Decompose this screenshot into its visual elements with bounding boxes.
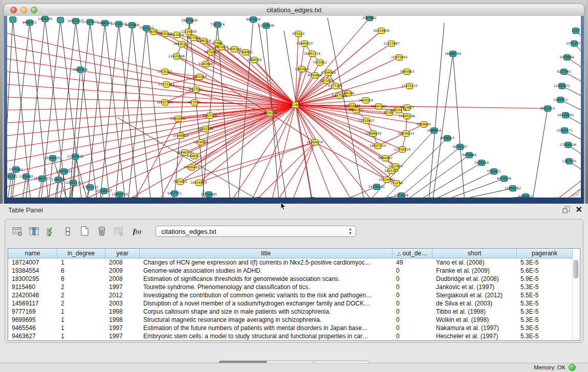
cell-name: 9699695 xyxy=(8,316,57,324)
svg-text:16154808: 16154808 xyxy=(373,29,389,32)
delete-table-icon[interactable] xyxy=(113,225,125,237)
svg-text:18724007: 18724007 xyxy=(287,103,303,106)
table-row[interactable]: 969969511998Structural magnetic resonanc… xyxy=(8,316,580,324)
table-row[interactable]: 1830029562008Estimation of significance … xyxy=(8,275,580,283)
svg-text:1935061: 1935061 xyxy=(9,167,23,171)
table-row[interactable]: 977716911998Corpus callosum shape and si… xyxy=(8,308,580,316)
cell-name: 9115460 xyxy=(8,283,57,291)
column-header-year[interactable]: year xyxy=(105,249,140,258)
graph-node-teal[interactable] xyxy=(57,17,64,23)
column-header-out_de[interactable]: △out_de… xyxy=(393,249,432,258)
vertical-scrollbar[interactable] xyxy=(572,258,580,340)
graph-node-teal[interactable] xyxy=(10,17,16,23)
cell-title: Investigating the contribution of common… xyxy=(140,291,393,299)
table-row[interactable]: 946362711997Embryonic stem cells: a mode… xyxy=(8,332,580,340)
cell-name: 14569117 xyxy=(8,299,57,308)
cell-out_de: 0 xyxy=(393,308,432,316)
cell-pagerank: 5.3E-5 xyxy=(517,332,573,340)
svg-text:8215953: 8215953 xyxy=(540,106,555,110)
cell-out_de: 0 xyxy=(393,275,432,283)
column-header-short[interactable]: short xyxy=(432,249,517,258)
svg-text:9474444: 9474444 xyxy=(462,153,476,157)
column-header-title[interactable]: title xyxy=(140,249,393,258)
table-selector-dropdown[interactable]: citations_edges.txt ▲▼ xyxy=(156,226,356,237)
left-desktop-strip xyxy=(0,0,3,204)
cell-name: 18300295 xyxy=(8,275,57,283)
cell-title: Estimation of the future numbers of pati… xyxy=(140,324,393,332)
cell-pagerank: 5.9E-5 xyxy=(517,275,573,283)
svg-text:10782759: 10782759 xyxy=(112,192,128,196)
table-row[interactable]: 2242004622012Investigating the contribut… xyxy=(8,291,580,299)
function-builder-icon[interactable]: f(x) xyxy=(129,225,145,237)
svg-text:22420046: 22420046 xyxy=(168,54,185,58)
dropdown-stepper-icon: ▲▼ xyxy=(349,227,352,235)
table-panel: Table Panel ✕ xyxy=(0,204,588,372)
close-window-button[interactable] xyxy=(10,7,17,13)
svg-text:7625402: 7625402 xyxy=(173,180,187,183)
svg-text:16648784: 16648784 xyxy=(445,52,461,55)
network-canvas[interactable]: 1872400779638228660123891291412226058982… xyxy=(7,16,581,198)
svg-text:18907293: 18907293 xyxy=(369,144,386,147)
svg-text:417005: 417005 xyxy=(188,100,201,104)
column-header-name[interactable]: name xyxy=(8,249,57,258)
svg-text:7932621: 7932621 xyxy=(487,169,501,173)
table-row[interactable]: 1872400712008Changes of HCN gene express… xyxy=(8,258,580,267)
svg-text:15468: 15468 xyxy=(212,41,223,45)
table-row[interactable]: 1456911722003Disruption of a novel membe… xyxy=(8,299,580,308)
svg-text:6497568: 6497568 xyxy=(332,94,346,97)
table-row[interactable]: 946554611997Estimation of the future num… xyxy=(8,324,580,332)
svg-text:17957225: 17957225 xyxy=(82,185,98,189)
svg-text:17359928: 17359928 xyxy=(67,155,83,158)
svg-text:8471676: 8471676 xyxy=(497,177,511,180)
cell-name: 9463627 xyxy=(8,332,57,340)
graph-node-teal[interactable] xyxy=(131,198,138,198)
show-columns-icon[interactable] xyxy=(28,225,40,237)
svg-text:8466160: 8466160 xyxy=(98,21,112,25)
minimize-window-button[interactable] xyxy=(20,7,27,13)
cell-in_degree: 1 xyxy=(57,332,105,340)
cell-short: Jankovic et al. (1997) xyxy=(432,283,517,291)
float-panel-icon[interactable] xyxy=(562,206,571,214)
svg-text:16046736: 16046736 xyxy=(177,150,193,154)
cell-in_degree: 2 xyxy=(57,283,105,291)
column-checklist-icon[interactable] xyxy=(45,225,57,237)
column-header-pagerank[interactable]: pagerank xyxy=(517,249,573,258)
resize-grip-icon[interactable] xyxy=(572,189,579,196)
svg-text:10688639: 10688639 xyxy=(365,132,381,135)
cell-year: 1997 xyxy=(105,332,140,340)
graph-node-teal[interactable] xyxy=(309,198,316,198)
network-window-titlebar[interactable]: citations_edges.txt xyxy=(4,4,584,16)
table-settings-icon[interactable] xyxy=(11,225,24,237)
column-header-in_degree[interactable]: in_degree xyxy=(57,249,105,258)
zoom-window-button[interactable] xyxy=(31,7,37,13)
scrollbar-thumb[interactable] xyxy=(574,260,578,278)
svg-text:20364486: 20364486 xyxy=(344,104,360,107)
svg-text:7357274: 7357274 xyxy=(210,23,225,26)
svg-text:7485063: 7485063 xyxy=(400,70,414,73)
svg-text:13975887: 13975887 xyxy=(56,169,72,173)
status-bar: Memory: OK xyxy=(0,363,588,372)
table-row[interactable]: 911546021997Tourette syndrome. Phenomeno… xyxy=(8,283,580,291)
svg-text:9684067: 9684067 xyxy=(378,156,393,160)
merge-rows-icon[interactable] xyxy=(62,225,74,237)
graph-node-teal[interactable] xyxy=(255,198,262,198)
delete-rows-icon[interactable] xyxy=(96,225,108,237)
table-panel-header: Table Panel ✕ xyxy=(0,204,588,217)
cell-year: 1997 xyxy=(105,324,140,332)
memory-status-dot[interactable] xyxy=(569,364,576,371)
sort-ascending-icon: △ xyxy=(397,251,401,256)
svg-text:19654923: 19654923 xyxy=(398,132,414,135)
cell-pagerank: 5.5E-5 xyxy=(517,291,573,299)
svg-text:18353334: 18353334 xyxy=(197,127,213,130)
table-row[interactable]: 1938455462009Genome-wide association stu… xyxy=(8,267,580,275)
new-table-icon[interactable] xyxy=(79,225,91,237)
close-panel-icon[interactable]: ✕ xyxy=(576,205,582,214)
svg-text:8858923: 8858923 xyxy=(440,136,454,140)
svg-text:12093872: 12093872 xyxy=(554,84,570,87)
cell-out_de: 0 xyxy=(393,324,432,332)
svg-text:1568520: 1568520 xyxy=(247,58,262,61)
cell-out_de: 0 xyxy=(393,299,432,308)
svg-text:3267120: 3267120 xyxy=(203,114,217,117)
svg-text:16914479: 16914479 xyxy=(190,181,207,184)
svg-text:12226058: 12226058 xyxy=(180,30,197,33)
